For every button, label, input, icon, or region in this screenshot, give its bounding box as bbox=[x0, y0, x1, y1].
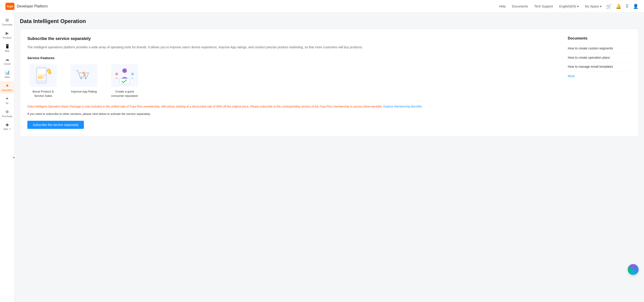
svg-rect-6 bbox=[38, 78, 42, 79]
myspace-dropdown[interactable]: My Space ▾ bbox=[585, 4, 602, 8]
sidebar-item-overview[interactable]: ⊞ Overview bbox=[0, 15, 14, 28]
app-icon: 📱 bbox=[5, 44, 10, 49]
features-grid: ★★★★★ $ bbox=[27, 64, 559, 98]
feature-label-reputation: Create a good consumer reputation bbox=[109, 90, 140, 98]
section-description: The intelligent operations platform prov… bbox=[27, 45, 559, 50]
feature-label-rating: Improve App Rating bbox=[71, 90, 97, 94]
sidebar-item-operation[interactable]: ★ Operation bbox=[0, 81, 14, 93]
cart-icon[interactable]: 🛒 bbox=[606, 3, 612, 9]
feature-boost: ★★★★★ $ bbox=[27, 64, 59, 98]
feature-icon-boost: ★★★★★ $ bbox=[30, 64, 57, 87]
section-title: Subscribe the service separately bbox=[27, 36, 559, 41]
card-left: Subscribe the service separately The int… bbox=[27, 36, 559, 129]
feature-icon-reputation bbox=[111, 64, 138, 87]
platform-title: Developer Platform bbox=[17, 4, 48, 8]
sidebar-label-operation: Operation bbox=[2, 89, 12, 91]
sidebar-item-product[interactable]: ▶ Product bbox=[0, 28, 14, 41]
user-icon[interactable]: 👤 bbox=[633, 3, 638, 9]
myspace-label: My Space bbox=[585, 4, 599, 8]
notice-text: Data Intelligent Operation Basic Package… bbox=[27, 104, 559, 109]
docs-title: Documents bbox=[568, 36, 631, 40]
svg-marker-13 bbox=[83, 75, 84, 77]
topnav-links: Help Documents Tech Support English(EN) … bbox=[499, 4, 602, 8]
overview-icon: ⊞ bbox=[6, 18, 9, 22]
help-link[interactable]: Help bbox=[499, 4, 506, 8]
sidebar: ⊞ Overview ▶ Product 📱 App ☁ Cloud 📊 Dat… bbox=[0, 13, 14, 302]
product-icon: ▶ bbox=[6, 31, 9, 36]
logo-area: tuya Developer Platform bbox=[6, 3, 48, 10]
purchase-icon: ⊕ bbox=[6, 109, 9, 114]
info-text: If you need to subscribe to other versio… bbox=[27, 112, 559, 117]
ai-icon: ✦ bbox=[6, 96, 9, 101]
topnav: tuya Developer Platform Help Documents T… bbox=[0, 0, 644, 13]
sidebar-item-app[interactable]: 📱 App bbox=[0, 41, 14, 54]
sidebar-item-vas[interactable]: ◆ VAS ↗ bbox=[0, 120, 14, 133]
main-content: Data Intelligent Operation Subscribe the… bbox=[14, 13, 644, 302]
sidebar-item-data[interactable]: 📊 Data bbox=[0, 68, 14, 80]
docs-item-0[interactable]: How to create custom segments bbox=[568, 44, 631, 53]
assistant-orb[interactable] bbox=[628, 264, 638, 275]
grid-icon[interactable]: ⠿ bbox=[626, 3, 629, 9]
docs-more-link[interactable]: More bbox=[568, 74, 575, 78]
topnav-icons: 🛒 🔔 ⠿ 👤 bbox=[606, 3, 638, 9]
notice-content: Data Intelligent Operation Basic Package… bbox=[27, 105, 382, 108]
svg-text:$: $ bbox=[48, 70, 49, 72]
docs-item-1[interactable]: How to create operation plans bbox=[568, 53, 631, 63]
sidebar-label-vas: VAS ↗ bbox=[4, 128, 11, 131]
explore-membership-link[interactable]: Explore Membership Benefits. bbox=[383, 105, 422, 108]
svg-rect-4 bbox=[38, 77, 43, 77]
docs-list: How to create custom segments How to cre… bbox=[568, 44, 631, 72]
card-right: Documents How to create custom segments … bbox=[568, 36, 631, 129]
vas-icon: ◆ bbox=[6, 122, 9, 127]
tech-support-link[interactable]: Tech Support bbox=[534, 4, 553, 8]
sidebar-item-ai[interactable]: ✦ AI bbox=[0, 94, 14, 107]
svg-point-9 bbox=[48, 72, 51, 74]
chevron-down-icon: ▾ bbox=[577, 4, 579, 8]
chevron-down-icon: ▾ bbox=[600, 4, 602, 8]
svg-point-10 bbox=[80, 77, 82, 79]
feature-rating: Improve App Rating bbox=[68, 64, 100, 98]
sidebar-label-app: App bbox=[5, 49, 10, 52]
cloud-icon: ☁ bbox=[5, 57, 9, 62]
features-title: Service Features bbox=[27, 56, 559, 60]
feature-icon-rating bbox=[70, 64, 98, 87]
sidebar-label-purchase: Purchase bbox=[2, 115, 12, 118]
svg-point-11 bbox=[85, 77, 86, 79]
tuya-logo: tuya bbox=[6, 3, 14, 10]
sidebar-label-data: Data bbox=[4, 76, 10, 78]
docs-item-2[interactable]: How to manage email templates bbox=[568, 62, 631, 72]
operation-icon: ★ bbox=[6, 83, 9, 88]
documents-link[interactable]: Documents bbox=[512, 4, 528, 8]
sidebar-label-overview: Overview bbox=[2, 23, 12, 26]
page-title: Data Intelligent Operation bbox=[20, 18, 638, 24]
subscribe-button[interactable]: Subscribe the service separately bbox=[27, 121, 84, 129]
feature-label-boost: Boost Product & Service Sales bbox=[27, 90, 59, 98]
content-card: Subscribe the service separately The int… bbox=[20, 29, 638, 136]
svg-text:★★★★★: ★★★★★ bbox=[38, 74, 46, 76]
language-dropdown[interactable]: English(EN) ▾ bbox=[559, 4, 579, 8]
sidebar-item-cloud[interactable]: ☁ Cloud bbox=[0, 55, 14, 67]
svg-point-17 bbox=[131, 73, 134, 75]
sidebar-label-ai: AI bbox=[6, 102, 8, 105]
svg-point-16 bbox=[115, 73, 118, 75]
sidebar-label-product: Product bbox=[3, 36, 12, 39]
logo-text: tuya bbox=[7, 4, 13, 8]
bell-icon[interactable]: 🔔 bbox=[616, 3, 622, 9]
svg-point-14 bbox=[122, 68, 127, 73]
sidebar-item-purchase[interactable]: ⊕ Purchase bbox=[0, 107, 14, 120]
data-icon: 📊 bbox=[5, 70, 10, 75]
page-layout: ⊞ Overview ▶ Product 📱 App ☁ Cloud 📊 Dat… bbox=[0, 13, 644, 302]
feature-reputation: Create a good consumer reputation bbox=[109, 64, 140, 98]
sidebar-label-cloud: Cloud bbox=[4, 63, 10, 65]
language-label: English(EN) bbox=[559, 4, 576, 8]
sidebar-collapse-btn[interactable]: ▶ bbox=[12, 154, 17, 160]
